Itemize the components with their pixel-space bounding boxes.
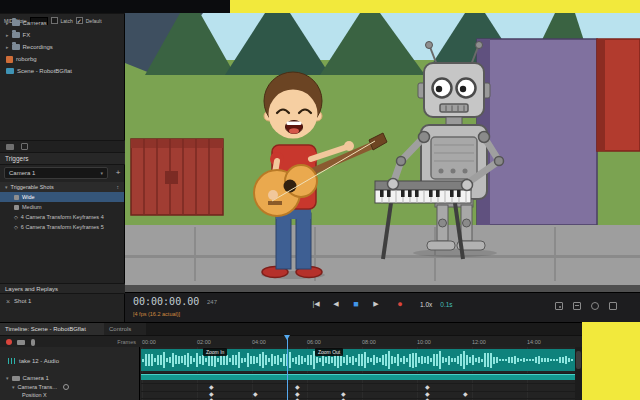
project-panel-toolbar	[0, 140, 125, 153]
waveform-bar	[484, 353, 486, 366]
project-item-puppet[interactable]: roborbg	[0, 53, 124, 65]
tab-timeline[interactable]: Timeline: Scene - RobotBGflat	[0, 323, 104, 335]
swap-icon[interactable]: ↕	[117, 184, 120, 190]
waveform-bar	[541, 358, 543, 363]
waveform-bar	[226, 355, 228, 365]
step-back-button[interactable]: ◀	[330, 300, 342, 308]
camera-track-bar[interactable]	[141, 374, 575, 380]
playback-speed[interactable]: 1.0x	[420, 301, 432, 308]
trigger-row-wide[interactable]: Wide	[0, 192, 124, 202]
go-to-start-button[interactable]: |◀	[310, 300, 322, 308]
stopwatch-icon[interactable]	[63, 384, 69, 390]
project-item-cameras[interactable]: ▸Cameras	[0, 17, 124, 29]
waveform-bar	[316, 357, 318, 364]
waveform-bar	[172, 353, 174, 367]
waveform-bar	[193, 358, 195, 362]
keyframe-diamond[interactable]: ◆	[209, 384, 214, 391]
waveform-bar	[439, 351, 441, 369]
waveform-bar	[424, 357, 426, 363]
settings-icon[interactable]	[609, 302, 617, 310]
stop-button[interactable]: ■	[350, 299, 362, 309]
project-item-label: Recordings	[23, 44, 53, 50]
trigger-row-label: 6 Camera Transform Keyframes 5	[21, 224, 104, 230]
scrollbar-thumb[interactable]	[576, 351, 581, 369]
tab-controls[interactable]: Controls	[104, 323, 146, 335]
waveform-bar	[514, 356, 516, 365]
project-item-fx[interactable]: ▸FX	[0, 29, 124, 41]
waveform-bar	[370, 358, 372, 363]
project-item-label: roborbg	[16, 56, 37, 62]
camera-icon	[12, 376, 20, 381]
waveform-bar	[250, 356, 252, 364]
track-label-camera[interactable]: ▾ Camera 1	[0, 373, 139, 383]
puppet-icon	[6, 56, 13, 63]
interval-value[interactable]: 0.1s	[440, 301, 452, 308]
close-icon[interactable]: ×	[6, 298, 10, 305]
keyframe-diamond[interactable]: ◆	[341, 397, 346, 400]
timecode-display[interactable]: 00:00:00.00	[133, 296, 199, 307]
waveform-bar	[520, 359, 522, 361]
project-item-label: FX	[23, 32, 31, 38]
trigger-group-row[interactable]: ▾ Triggerable Shots ↕	[0, 182, 124, 192]
keyframe-diamond[interactable]: ◆	[425, 384, 430, 391]
fps-indicator: [4 fps (16.2 actual)]	[133, 311, 180, 317]
record-button[interactable]: ●	[394, 299, 406, 309]
waveform-bar	[391, 356, 393, 364]
magnet-icon[interactable]	[591, 302, 599, 310]
timeline-scrollbar[interactable]	[575, 347, 582, 400]
camera-select[interactable]: Camera 1 ▾	[4, 167, 108, 179]
waveform-bar	[205, 358, 207, 362]
project-item-scene[interactable]: Scene - RobotBGflat	[0, 65, 124, 77]
trigger-row-medium[interactable]: Medium	[0, 202, 124, 212]
grid-icon[interactable]	[573, 302, 581, 310]
timeline-track-area[interactable]: Zoom In Zoom Out take 12 - Audio ▾ Camer…	[0, 347, 582, 400]
waveform-bar	[145, 354, 147, 365]
camera-icon[interactable]	[17, 340, 25, 345]
waveform-bar	[487, 353, 489, 368]
waveform-bar	[256, 357, 258, 363]
waveform-bar	[304, 358, 306, 362]
trigger-row-keyframes-4[interactable]: ◇4 Camera Transform Keyframes 4	[0, 212, 124, 222]
waveform-bar	[169, 357, 171, 363]
top-bar	[0, 0, 230, 13]
replay-item-shot1[interactable]: × Shot 1	[0, 295, 125, 307]
marker-zoom-in[interactable]: Zoom In	[203, 348, 227, 356]
keyframe-diamond[interactable]: ◆	[295, 397, 300, 400]
keyframe-diamond[interactable]: ◆	[425, 397, 430, 400]
waveform-bar	[430, 358, 432, 362]
waveform-bar	[565, 356, 567, 363]
waveform-bar	[358, 354, 360, 367]
track-label-audio[interactable]: take 12 - Audio	[0, 355, 139, 367]
marker-zoom-out[interactable]: Zoom Out	[315, 348, 343, 356]
track-label-transform[interactable]: ▾ Camera Trans...	[0, 383, 139, 391]
stage-viewport[interactable]	[125, 13, 640, 292]
trigger-row-keyframes-5[interactable]: ◇6 Camera Transform Keyframes 5	[0, 222, 124, 232]
waveform-bar	[412, 353, 414, 368]
record-take-icon[interactable]	[6, 339, 12, 345]
waveform-bar	[220, 355, 222, 364]
waveform-bar	[535, 357, 537, 363]
waveform-bar	[427, 356, 429, 364]
new-folder-icon[interactable]	[6, 144, 14, 150]
keyframe-diamond[interactable]: ◆	[209, 397, 214, 400]
waveform-bar	[280, 358, 282, 361]
snapshot-icon[interactable]	[555, 302, 563, 310]
keyframe-diamond[interactable]: ◆	[253, 391, 258, 398]
waveform-bar	[469, 357, 471, 364]
transport-controls: |◀ ◀ ■ ▶ ● 1.0x 0.1s	[310, 299, 453, 309]
play-button[interactable]: ▶	[370, 300, 382, 308]
microphone-icon[interactable]	[31, 339, 35, 346]
waveform-bar	[217, 358, 219, 362]
timeline-toolbar: Frames 00:0002:0004:0006:0008:0010:0012:…	[0, 335, 582, 347]
project-item-recordings[interactable]: ▸Recordings	[0, 41, 124, 53]
track-label-position-x[interactable]: Position X	[0, 391, 139, 398]
new-item-icon[interactable]	[21, 143, 28, 150]
keyframe-diamond[interactable]: ◆	[295, 384, 300, 391]
chevron-right-icon: ▸	[6, 32, 9, 38]
keyframe-diamond[interactable]: ◆	[463, 391, 468, 398]
add-trigger-button[interactable]: +	[113, 167, 123, 179]
waveform-bar	[277, 355, 279, 365]
waveform-bar	[319, 358, 321, 362]
playhead-line[interactable]	[287, 336, 288, 400]
waveform-bar	[364, 352, 366, 369]
